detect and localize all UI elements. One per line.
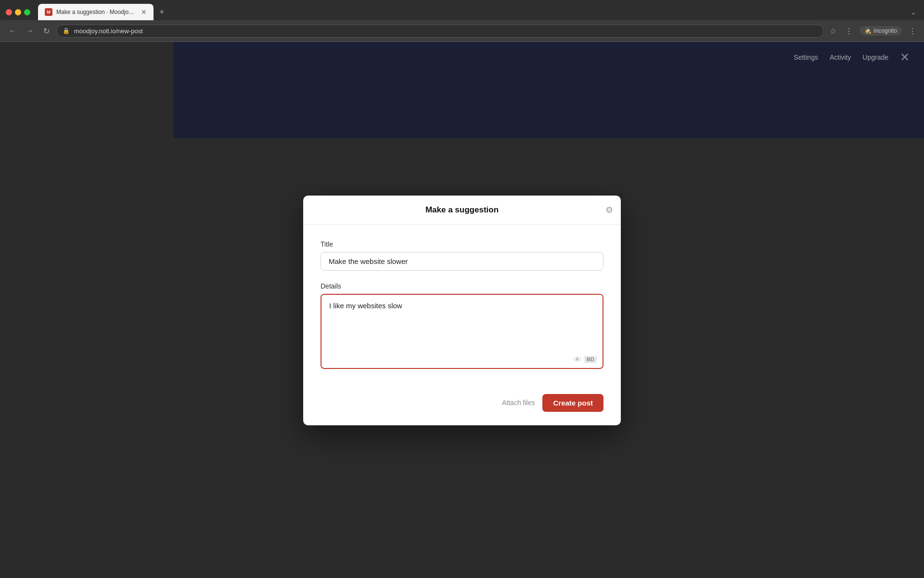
- upgrade-nav-link[interactable]: Upgrade: [862, 53, 888, 61]
- reload-button[interactable]: ↻: [40, 25, 52, 38]
- incognito-icon: 🕵: [864, 27, 872, 34]
- modal-footer: Attach files Create post: [303, 394, 621, 425]
- bookmark-button[interactable]: ☆: [828, 25, 838, 38]
- tab-dropdown-icon[interactable]: ⌄: [909, 6, 918, 18]
- chrome-menu-button[interactable]: ⋮: [843, 25, 855, 38]
- forward-button[interactable]: →: [23, 25, 37, 37]
- address-bar[interactable]: 🔒 moodjoy.nolt.io/new-post: [56, 25, 824, 38]
- tab-favicon: M: [45, 8, 52, 16]
- preview-icon[interactable]: 👁: [574, 355, 581, 364]
- title-label: Title: [321, 240, 603, 248]
- tab-close-button[interactable]: ✕: [141, 9, 147, 15]
- suggestion-modal: Make a suggestion ⚙ Title Details I like…: [303, 196, 621, 425]
- page-content: Settings Activity Upgrade ✕ Make a sugge…: [0, 42, 924, 578]
- attach-files-button[interactable]: Attach files: [502, 399, 535, 407]
- close-page-button[interactable]: ✕: [900, 52, 910, 63]
- markdown-badge: MD: [584, 356, 597, 363]
- active-tab[interactable]: M Make a suggestion · Moodjoy F… ✕: [38, 4, 154, 20]
- page-topnav: Settings Activity Upgrade ✕: [779, 42, 924, 73]
- back-button[interactable]: ←: [6, 25, 19, 37]
- textarea-toolbar: 👁 MD: [574, 355, 597, 364]
- modal-overlay: Make a suggestion ⚙ Title Details I like…: [0, 42, 924, 578]
- create-post-button[interactable]: Create post: [542, 394, 603, 412]
- details-textarea-wrapper: I like my websites slow 👁 MD: [321, 294, 603, 369]
- modal-body: Title Details I like my websites slow 👁 …: [303, 225, 621, 394]
- extensions-button[interactable]: ⋮: [907, 25, 918, 38]
- modal-title: Make a suggestion: [425, 205, 499, 215]
- title-input[interactable]: [321, 252, 603, 271]
- lock-icon: 🔒: [63, 27, 70, 34]
- minimize-window-button[interactable]: [15, 9, 21, 15]
- close-window-button[interactable]: [6, 9, 12, 15]
- title-form-group: Title: [321, 240, 603, 271]
- browser-chrome: M Make a suggestion · Moodjoy F… ✕ + ⌄ ←…: [0, 0, 924, 42]
- new-tab-button[interactable]: +: [155, 5, 168, 19]
- activity-nav-link[interactable]: Activity: [830, 53, 851, 61]
- tab-bar: M Make a suggestion · Moodjoy F… ✕ + ⌄: [0, 0, 924, 20]
- tab-title-label: Make a suggestion · Moodjoy F…: [56, 9, 137, 15]
- settings-nav-link[interactable]: Settings: [794, 53, 818, 61]
- modal-header: Make a suggestion ⚙: [303, 196, 621, 225]
- details-label: Details: [321, 282, 603, 290]
- details-textarea[interactable]: I like my websites slow: [321, 295, 603, 366]
- details-form-group: Details I like my websites slow 👁 MD: [321, 282, 603, 369]
- window-controls: [6, 9, 30, 15]
- url-text: moodjoy.nolt.io/new-post: [74, 27, 143, 35]
- address-bar-row: ← → ↻ 🔒 moodjoy.nolt.io/new-post ☆ ⋮ 🕵 I…: [0, 20, 924, 41]
- modal-settings-button[interactable]: ⚙: [605, 205, 613, 215]
- address-right-controls: ☆ ⋮ 🕵 Incognito ⋮: [828, 25, 918, 38]
- incognito-badge: 🕵 Incognito: [860, 26, 902, 36]
- maximize-window-button[interactable]: [24, 9, 30, 15]
- incognito-label: Incognito: [873, 27, 897, 34]
